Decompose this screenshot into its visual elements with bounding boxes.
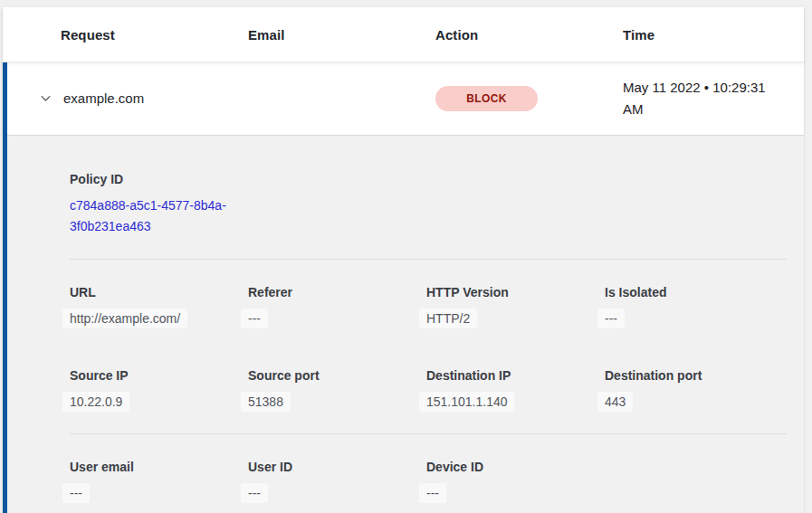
field-destination-ip: Destination IP 151.101.1.140 [426,368,605,412]
field-value: --- [241,483,268,503]
column-header-request: Request [61,27,248,43]
field-label: Destination IP [426,368,605,383]
expanded-row-group: example.com BLOCK May 11 2022 • 10:29:31… [3,62,804,513]
request-domain: example.com [63,90,144,106]
policy-id-field: Policy ID c784a888-a5c1-4577-8b4a-3f0b23… [70,172,787,237]
column-header-email: Email [248,27,435,43]
field-label: HTTP Version [426,285,605,299]
field-http-version: HTTP Version HTTP/2 [426,285,605,328]
field-value: HTTP/2 [419,309,477,328]
action-cell: BLOCK [435,86,623,111]
column-header-action: Action [435,27,623,43]
policy-id-link[interactable]: c784a888-a5c1-4577-8b4a-3f0b231ea463 [70,195,246,237]
request-cell: example.com [38,90,248,106]
table-row[interactable]: example.com BLOCK May 11 2022 • 10:29:31… [7,62,804,135]
field-url: URL http://example.com/ [70,285,248,328]
chevron-down-icon[interactable] [38,91,53,106]
time-cell: May 11 2022 • 10:29:31 AM [623,77,786,120]
table-header-row: Request Email Action Time [3,7,804,62]
row-details-panel: Policy ID c784a888-a5c1-4577-8b4a-3f0b23… [7,135,804,513]
field-source-ip: Source IP 10.22.0.9 [70,368,248,412]
field-label: User ID [248,460,426,474]
field-value: --- [419,483,446,503]
field-value: 10.22.0.9 [62,392,129,412]
details-grid-row-3: User email --- User ID --- Device ID --- [70,460,787,503]
status-badge: BLOCK [435,86,538,111]
section-divider [70,259,787,260]
field-label: Source port [248,368,426,383]
field-label: User email [70,460,248,474]
field-value: 151.101.1.140 [419,392,515,412]
field-value: --- [62,483,90,503]
section-divider [70,433,787,434]
field-destination-port: Destination port 443 [605,368,783,412]
field-referer: Referer --- [248,285,426,328]
field-device-id: Device ID --- [426,460,605,503]
field-is-isolated: Is Isolated --- [605,285,783,328]
field-value: --- [241,309,268,328]
field-value: http://example.com/ [62,309,187,328]
policy-id-label: Policy ID [70,172,787,186]
request-logs-table: Request Email Action Time example.com BL… [3,7,804,513]
field-value: --- [597,309,625,328]
field-source-port: Source port 51388 [248,368,426,412]
field-label: Is Isolated [605,285,783,299]
field-label: Device ID [426,460,605,474]
field-label: Source IP [70,368,248,383]
column-header-time: Time [623,27,804,43]
field-user-id: User ID --- [248,460,426,503]
details-grid-row-1: URL http://example.com/ Referer --- HTTP… [70,285,787,328]
details-grid-row-2: Source IP 10.22.0.9 Source port 51388 De… [70,368,787,412]
field-label: URL [70,285,248,299]
field-label: Referer [248,285,426,299]
field-label: Destination port [605,368,783,383]
field-value: 443 [597,392,633,412]
field-value: 51388 [241,392,291,412]
field-user-email: User email --- [70,460,248,503]
